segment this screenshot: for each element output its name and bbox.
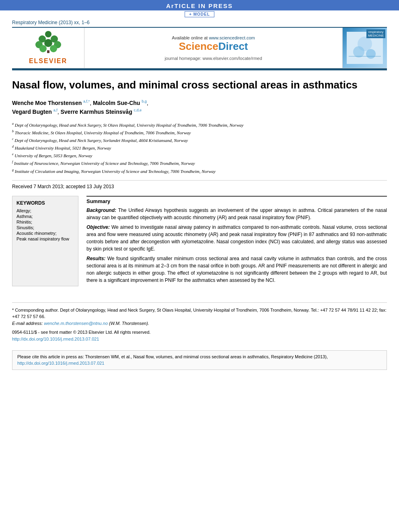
summary-results: Results: We found significantly smaller …: [86, 255, 387, 284]
doi-link[interactable]: http://dx.doi.org/10.1016/j.rmed.2013.07…: [12, 336, 387, 343]
affil-c: c Dept of Otolaryngology, Head and Neck …: [12, 137, 387, 144]
author-1: Wenche Moe Thorstensen: [12, 100, 82, 106]
svg-point-12: [366, 49, 376, 59]
center-header: Available online at www.sciencedirect.co…: [84, 28, 343, 68]
affiliations-block: a Dept of Otolaryngology, Head and Neck …: [12, 121, 387, 175]
affil-b: b Thoracic Medicine, St Olavs Hospital, …: [12, 129, 387, 136]
objective-label: Objective:: [86, 224, 110, 230]
affil-a: a Dept of Otolaryngology, Head and Neck …: [12, 121, 387, 128]
keywords-title: KEYWORDS: [16, 200, 74, 206]
sciencedirect-brand: ScienceDirect: [179, 40, 248, 53]
sciencedirect-url[interactable]: www.sciencedirect.com: [209, 35, 255, 40]
svg-point-0: [45, 31, 51, 37]
available-text: Available online at www.sciencedirect.co…: [172, 35, 255, 40]
summary-objective: Objective: We aimed to investigate nasal…: [86, 224, 387, 253]
keyword-asthma: Asthma;: [16, 214, 74, 219]
copyright-line: 0954-6111/$ - see front matter © 2013 El…: [12, 329, 387, 342]
elsevier-brand: ELSEVIER: [29, 58, 67, 65]
summary-background: Background: The Unified Airways hypothes…: [86, 207, 387, 221]
author-4-sup: c,d,e: [134, 109, 142, 113]
header-section: ELSEVIER Available online at www.science…: [12, 27, 387, 68]
affil-d: d Haukeland University Hospital, 5021 Be…: [12, 144, 387, 151]
article-title: Nasal flow, volumes, and minimal cross s…: [12, 78, 387, 92]
email-line: E-mail address: wenche.m.thorstensen@ntn…: [12, 320, 387, 327]
affil-f: f Institute of Neuroscience, Norwegian U…: [12, 160, 387, 166]
corresponding-author: * Corresponding author. Dept of Otolaryn…: [12, 307, 387, 320]
keyword-sinusitis: Sinusitis;: [16, 225, 74, 230]
keywords-box: KEYWORDS Allergy; Asthma; Rhinitis; Sinu…: [12, 196, 78, 286]
background-text: The Unified Airways hypothesis suggests …: [86, 207, 387, 220]
summary-title: Summary: [86, 198, 387, 204]
svg-point-4: [44, 39, 52, 47]
elsevier-tree-icon: [34, 31, 62, 56]
background-label: Background:: [86, 207, 116, 213]
keyword-allergy: Allergy;: [16, 208, 74, 213]
journal-homepage-link[interactable]: www.elsevier.com/locate/rmed: [203, 56, 262, 61]
footer-content: * Corresponding author. Dept of Otolaryn…: [0, 303, 399, 347]
svg-rect-13: [349, 56, 381, 57]
email-label: E-mail address:: [12, 321, 43, 326]
summary-box: Summary Background: The Unified Airways …: [86, 196, 387, 286]
main-content: Nasal flow, volumes, and minimal cross s…: [0, 70, 399, 294]
abstract-section: KEYWORDS Allergy; Asthma; Rhinitis; Sinu…: [12, 196, 387, 286]
author-2: Malcolm Sue-Chu: [93, 100, 140, 106]
author-3: Vegard Bugten: [12, 109, 52, 115]
article-in-press-banner: ArTICLE IN PRESS: [0, 0, 399, 10]
email-suffix: (W.M. Thorstensen).: [109, 321, 149, 326]
objective-text: We aimed to investigate nasal airway pat…: [86, 224, 387, 252]
journal-thumbnail: respiratoryMEDICINE: [343, 28, 387, 68]
keyword-acoustic: Acoustic rhinometry;: [16, 231, 74, 236]
svg-point-7: [50, 45, 57, 52]
results-text: We found significantly smaller minimum c…: [86, 256, 387, 283]
authors-block: Wenche Moe Thorstensen a,f,*, Malcolm Su…: [12, 99, 387, 117]
citation-text: Please cite this article in press as: Th…: [17, 354, 328, 359]
keyword-pnif: Peak nasal inspiratory flow: [16, 236, 74, 241]
keyword-rhinitis: Rhinitis;: [16, 220, 74, 224]
svg-point-6: [39, 45, 47, 52]
results-label: Results:: [86, 256, 105, 261]
svg-point-11: [353, 46, 364, 58]
author-4: Sverre Karmhus Steinsvåg: [60, 109, 132, 115]
received-line: Received 7 March 2013; accepted 13 July …: [12, 180, 387, 189]
author-3-sup: a,f: [53, 109, 58, 113]
copyright-text: 0954-6111/$ - see front matter © 2013 El…: [12, 329, 387, 336]
author-1-sup: a,f,*: [83, 99, 90, 103]
email-address[interactable]: wenche.m.thorstensen@ntnu.no: [44, 321, 108, 326]
citation-doi[interactable]: http://dx.doi.org/10.1016/j.rmed.2013.07…: [17, 361, 105, 366]
citation-box: Please cite this article in press as: Th…: [12, 350, 387, 370]
svg-rect-8: [47, 50, 49, 53]
affil-e: e University of Bergen, 5053 Bergen, Nor…: [12, 152, 387, 159]
author-2-sup: b,g: [142, 99, 147, 103]
journal-line: Respiratory Medicine (2013) xx, 1–6: [0, 18, 399, 27]
affil-g: g Institute of Circulation and Imaging, …: [12, 168, 387, 175]
model-tag: + MODEL: [185, 11, 214, 17]
elsevier-logo: ELSEVIER: [12, 28, 84, 68]
journal-homepage: journal homepage: www.elsevier.com/locat…: [165, 56, 262, 61]
